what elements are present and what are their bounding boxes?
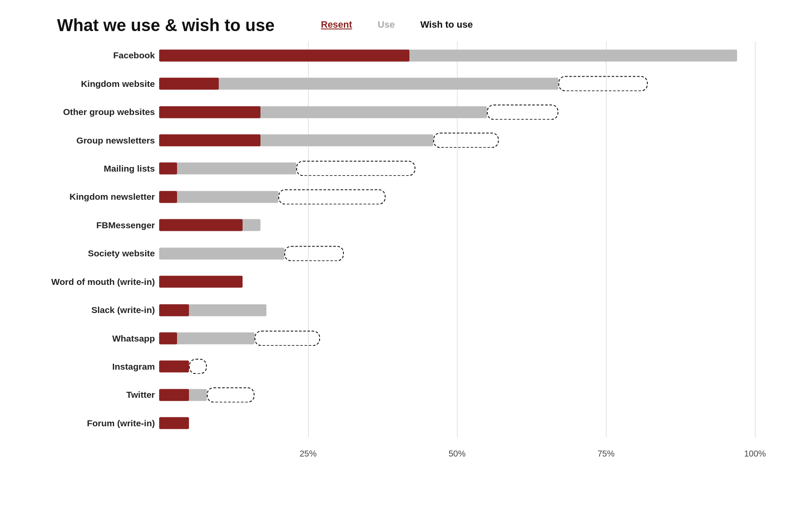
bar-present	[159, 163, 177, 175]
x-axis-label: 100%	[744, 449, 766, 459]
y-axis-label: Group newsletters	[77, 135, 155, 146]
bar-present	[159, 361, 189, 373]
bar-group	[159, 157, 755, 180]
bar-group	[159, 384, 755, 406]
legend: Resent Use Wish to use	[321, 19, 473, 30]
bar-present	[159, 417, 189, 429]
y-axis-label: Kingdom newsletter	[69, 192, 155, 202]
bar-present	[159, 191, 177, 203]
y-axis-label: Other group websites	[63, 107, 155, 117]
bar-group	[159, 412, 755, 434]
grid-line	[755, 41, 755, 437]
legend-use: Use	[377, 19, 395, 30]
bar-present	[159, 106, 260, 118]
chart-area: 25%50%75%100%FacebookKingdom websiteOthe…	[159, 33, 755, 459]
bar-wish	[487, 104, 558, 120]
bar-group	[159, 101, 755, 123]
bar-group	[159, 270, 755, 293]
bar-wish	[558, 76, 648, 92]
bar-group	[159, 214, 755, 236]
chart-container: What we use & wish to use Resent Use Wis…	[23, 7, 789, 510]
y-axis-label: Kingdom website	[81, 79, 155, 89]
y-axis-label: Whatsapp	[112, 333, 155, 344]
y-axis-label: Society website	[88, 248, 155, 258]
bar-present	[159, 276, 243, 288]
y-axis-label: Mailing lists	[104, 164, 155, 174]
bar-present	[159, 219, 243, 231]
y-axis-label: Word of mouth (write-in)	[51, 277, 155, 287]
bar-group	[159, 186, 755, 208]
bar-group	[159, 355, 755, 378]
bar-present	[159, 78, 219, 90]
bar-use	[159, 191, 278, 203]
bar-use	[159, 163, 296, 175]
bar-wish	[433, 132, 499, 148]
y-axis-label: Instagram	[112, 362, 155, 372]
bar-present	[159, 49, 409, 61]
bar-wish	[189, 359, 207, 374]
x-axis-label: 25%	[300, 449, 317, 459]
bar-use	[159, 247, 284, 259]
y-axis-label: Slack (write-in)	[91, 305, 155, 315]
bar-group	[159, 299, 755, 321]
bar-use	[159, 78, 558, 90]
y-axis-label: Twitter	[126, 390, 155, 400]
bar-group	[159, 72, 755, 95]
y-axis-label: Forum (write-in)	[87, 418, 155, 428]
y-axis-label: Facebook	[113, 50, 155, 60]
bar-wish	[207, 387, 254, 402]
bar-group	[159, 129, 755, 152]
bar-group	[159, 327, 755, 350]
legend-wish: Wish to use	[420, 19, 473, 30]
y-axis-label: FBMessenger	[96, 220, 155, 230]
legend-resent: Resent	[321, 19, 352, 30]
bar-wish	[278, 189, 386, 204]
bar-group	[159, 242, 755, 265]
x-axis-label: 50%	[449, 449, 466, 459]
bar-wish	[296, 161, 415, 176]
bar-group	[159, 44, 755, 67]
chart-title: What we use & wish to use	[57, 16, 274, 35]
bar-present	[159, 332, 177, 344]
bar-present	[159, 389, 189, 401]
bar-wish	[254, 330, 320, 346]
bar-present	[159, 134, 260, 146]
x-axis-label: 75%	[598, 449, 615, 459]
bar-present	[159, 304, 189, 316]
bar-wish	[284, 246, 344, 261]
